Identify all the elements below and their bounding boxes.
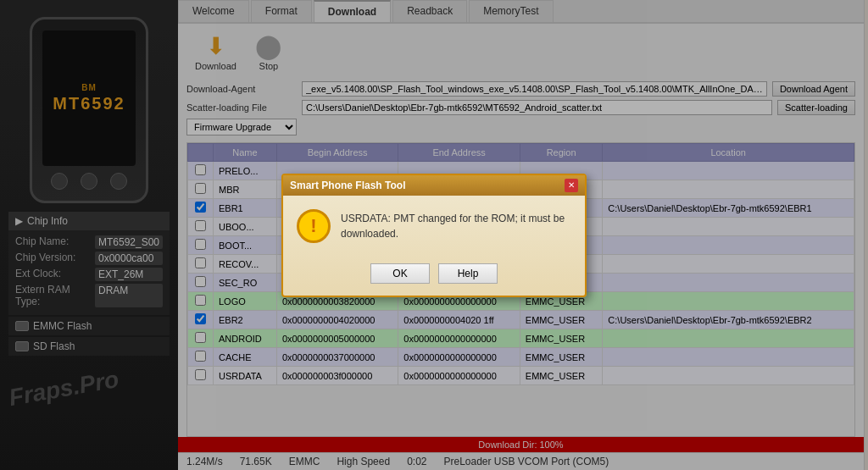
modal-message: USRDATA: PMT changed for the ROM; it mus… [341, 211, 571, 241]
modal-close-button[interactable]: ✕ [565, 179, 578, 192]
modal-title: Smart Phone Flash Tool [290, 180, 405, 191]
modal-help-button[interactable]: Help [438, 263, 498, 284]
modal-warning-icon: ! [297, 209, 331, 243]
modal-buttons: OK Help [283, 257, 585, 296]
modal-dialog: Smart Phone Flash Tool ✕ ! USRDATA: PMT … [281, 174, 587, 297]
modal-overlay: Smart Phone Flash Tool ✕ ! USRDATA: PMT … [0, 0, 868, 470]
modal-title-bar: Smart Phone Flash Tool ✕ [283, 175, 585, 196]
modal-ok-button[interactable]: OK [370, 263, 430, 284]
modal-body: ! USRDATA: PMT changed for the ROM; it m… [283, 196, 585, 257]
